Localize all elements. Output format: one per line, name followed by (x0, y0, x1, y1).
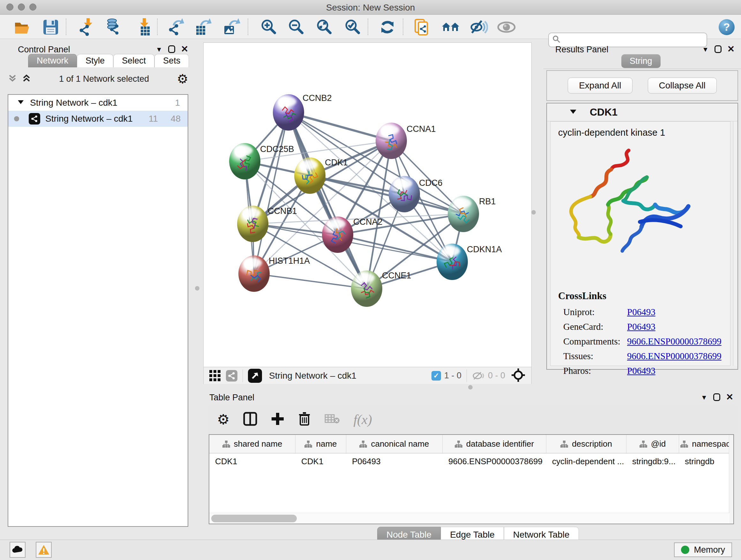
tab-string[interactable]: String (621, 54, 661, 68)
table-cell: cyclin-dependent ... (546, 453, 626, 469)
network-row[interactable]: String Network – cdk1 11 48 (8, 111, 188, 127)
column-header-shared-name[interactable]: shared name (209, 435, 295, 453)
network-options-gear-icon[interactable]: ⚙ (177, 72, 188, 85)
tab-network[interactable]: Network (28, 54, 77, 67)
collapse-all-button[interactable]: Collapse All (648, 78, 717, 94)
import-table-file-icon[interactable] (133, 18, 152, 37)
section-collapse-triangle-icon[interactable] (569, 108, 577, 117)
network-node-ccnb1[interactable] (237, 206, 268, 242)
selected-checkbox-icon[interactable]: ✓ (431, 371, 441, 381)
close-panel-icon[interactable]: ✕ (727, 45, 735, 54)
crosslink-link[interactable]: P06493 (627, 307, 656, 317)
column-header--id[interactable]: @id (626, 435, 679, 453)
maximize-panel-icon[interactable] (168, 45, 175, 53)
node-label-cdc6: CDC6 (419, 178, 443, 188)
network-node-ccna1[interactable] (376, 123, 407, 159)
bottom-splitter-handle[interactable] (468, 385, 473, 389)
crosslink-link[interactable]: 9606.ENSP00000378699 (627, 351, 722, 361)
zoom-selected-icon[interactable] (343, 18, 361, 37)
network-collection-row[interactable]: String Network – cdk1 1 (8, 95, 188, 111)
open-session-icon[interactable] (13, 18, 31, 37)
expand-all-button[interactable]: Expand All (568, 78, 632, 94)
maximize-panel-icon[interactable] (713, 393, 720, 401)
column-header-name[interactable]: name (295, 435, 346, 453)
network-node-rb1[interactable] (448, 196, 479, 232)
collapse-all-icon[interactable] (8, 73, 17, 84)
network-edge[interactable] (338, 235, 452, 262)
clone-network-icon[interactable] (413, 18, 431, 37)
warning-button[interactable] (36, 542, 52, 558)
export-image-icon[interactable] (222, 18, 241, 37)
import-network-database-icon[interactable] (104, 18, 123, 37)
network-node-cdk1[interactable] (294, 158, 326, 194)
crosslink-link[interactable]: P06493 (627, 321, 656, 332)
show-columns-icon[interactable] (243, 412, 258, 428)
apply-layout-icon[interactable] (378, 18, 397, 37)
network-node-ccne1[interactable] (351, 270, 382, 307)
column-header-database-identifier[interactable]: database identifier (443, 435, 546, 453)
help-button[interactable]: ? (718, 18, 736, 37)
cloud-button[interactable] (10, 542, 25, 558)
tab-sets[interactable]: Sets (154, 54, 189, 67)
network-share-icon[interactable] (226, 370, 238, 381)
results-vertical-scrollbar[interactable] (733, 121, 738, 366)
float-panel-icon[interactable]: ▼ (701, 394, 708, 401)
detach-view-icon[interactable] (248, 369, 262, 383)
birds-eye-view-icon[interactable] (511, 368, 526, 384)
crosslink-link[interactable]: 9606.ENSP00000378699 (627, 336, 722, 347)
create-column-icon[interactable] (271, 412, 284, 427)
network-edge[interactable] (254, 273, 367, 289)
table-body: CDK1CDK1P064939606.ENSP00000378699cyclin… (209, 453, 733, 469)
close-panel-icon[interactable]: ✕ (181, 45, 188, 54)
import-network-file-icon[interactable] (77, 18, 96, 37)
network-canvas[interactable]: CCNB2 CCNA1 CDC25B CDK1 (204, 43, 532, 367)
scrollbar-thumb[interactable] (211, 515, 297, 522)
zoom-out-icon[interactable] (286, 18, 305, 37)
hide-selected-icon[interactable] (469, 18, 488, 37)
search-input[interactable] (564, 35, 706, 45)
network-node-ccnb2[interactable] (273, 94, 304, 131)
protein-thumbnail (448, 196, 479, 232)
memory-status-dot (681, 546, 689, 554)
column-header-label: database identifier (466, 439, 534, 449)
network-node-hist1h1a[interactable] (239, 255, 270, 292)
table-vertical-scrollbar[interactable] (729, 435, 733, 523)
delete-column-icon[interactable] (298, 412, 311, 428)
export-network-icon[interactable] (166, 18, 185, 37)
table-row[interactable]: CDK1CDK1P064939606.ENSP00000378699cyclin… (209, 453, 733, 469)
left-splitter-handle[interactable] (195, 286, 199, 291)
memory-button[interactable]: Memory (674, 543, 732, 557)
show-graphics-details-icon[interactable] (497, 18, 516, 37)
network-edge[interactable] (254, 112, 288, 273)
tab-style[interactable]: Style (77, 54, 113, 67)
column-header-description[interactable]: description (546, 435, 626, 453)
protein-thumbnail (294, 158, 326, 194)
network-node-cdc25b[interactable] (229, 143, 260, 179)
first-neighbors-icon[interactable] (441, 18, 460, 37)
float-panel-icon[interactable]: ▼ (702, 46, 709, 53)
save-session-icon[interactable] (42, 18, 60, 37)
network-node-cdc6[interactable] (389, 176, 420, 212)
network-node-cdkn1a[interactable] (436, 244, 468, 280)
close-panel-icon[interactable]: ✕ (726, 393, 733, 401)
zoom-in-icon[interactable] (259, 18, 278, 37)
protein-thumbnail (229, 143, 260, 179)
maximize-panel-icon[interactable] (715, 45, 722, 53)
control-panel-header-icons: ▼ ✕ (156, 45, 188, 54)
protein-section-header[interactable]: CDK1 (547, 104, 738, 121)
crosslink-row: Tissues: 9606.ENSP00000378699 (563, 351, 729, 361)
collection-label: String Network – cdk1 (30, 98, 175, 108)
crosslink-link[interactable]: P06493 (627, 366, 656, 376)
float-panel-icon[interactable]: ▼ (156, 46, 162, 53)
expand-all-icon[interactable] (22, 73, 31, 84)
column-header-namespace[interactable]: namespace (679, 435, 734, 453)
collapse-triangle-icon[interactable] (17, 98, 24, 108)
grid-view-icon[interactable] (209, 369, 221, 383)
export-table-icon[interactable] (194, 18, 212, 37)
right-splitter-handle[interactable] (531, 210, 536, 214)
zoom-fit-icon[interactable] (315, 18, 333, 37)
network-node-ccna2[interactable] (322, 216, 353, 253)
tab-select[interactable]: Select (113, 54, 154, 67)
table-options-gear-icon[interactable]: ⚙ (217, 413, 229, 427)
column-header-canonical-name[interactable]: canonical name (346, 435, 443, 453)
